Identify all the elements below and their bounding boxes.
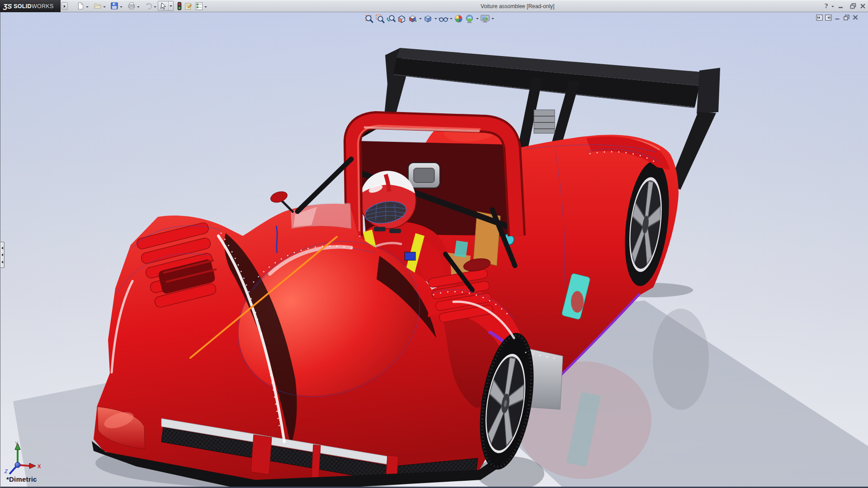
view-orientation-label: *Dimetric bbox=[6, 475, 37, 483]
triad-x-label: X bbox=[38, 464, 41, 469]
solidworks-logo: ƷS SOLIDWORKS bbox=[0, 0, 61, 12]
menu-expand-arrow[interactable] bbox=[61, 2, 68, 10]
open-button[interactable] bbox=[93, 1, 102, 10]
select-tool-group bbox=[158, 1, 174, 11]
view-orientation-button[interactable] bbox=[407, 14, 418, 24]
collapse-pane-left-button[interactable] bbox=[816, 14, 823, 21]
new-document-dropdown[interactable] bbox=[85, 5, 89, 9]
apply-scene-icon bbox=[465, 14, 474, 23]
new-document-button[interactable] bbox=[76, 1, 85, 10]
doc-minimize-button[interactable] bbox=[834, 14, 841, 21]
triad-z-label: Z bbox=[4, 469, 8, 474]
graphics-viewport[interactable]: Y X Z *Dimetric bbox=[0, 12, 868, 488]
brand-works: WORKS bbox=[32, 3, 54, 9]
zoom-to-fit-button[interactable] bbox=[364, 14, 374, 24]
previous-view-icon bbox=[386, 14, 396, 23]
zoom-to-fit-icon bbox=[364, 14, 374, 23]
eyeglasses-icon bbox=[439, 14, 448, 23]
titlebar-highlight bbox=[0, 0, 868, 0]
view-settings-button[interactable] bbox=[480, 14, 490, 24]
options-dropdown[interactable] bbox=[204, 5, 208, 9]
traffic-light-icon bbox=[176, 2, 183, 10]
hide-show-items-button[interactable] bbox=[438, 14, 448, 24]
minimize-button[interactable] bbox=[837, 2, 844, 10]
collapse-right-icon bbox=[825, 14, 832, 21]
save-floppy-icon bbox=[110, 2, 118, 10]
options-button[interactable] bbox=[194, 1, 203, 10]
close-button[interactable] bbox=[859, 2, 867, 10]
hide-show-items-dropdown[interactable] bbox=[449, 14, 453, 24]
print-button[interactable] bbox=[127, 1, 136, 10]
section-view-icon bbox=[397, 14, 406, 23]
apply-scene-button[interactable] bbox=[464, 14, 475, 24]
title-bar: ƷS SOLIDWORKS bbox=[0, 0, 868, 12]
view-orientation-icon bbox=[408, 14, 417, 23]
restore-button[interactable] bbox=[849, 2, 857, 10]
printer-icon bbox=[127, 2, 136, 10]
print-dropdown[interactable] bbox=[137, 5, 140, 9]
harness-buckle bbox=[405, 252, 415, 260]
select-tool-button[interactable] bbox=[158, 1, 168, 10]
rebuild-button[interactable] bbox=[175, 1, 184, 10]
file-properties-button[interactable] bbox=[184, 1, 193, 10]
headsup-view-toolbar bbox=[364, 13, 495, 24]
brand-glyph: ƷS bbox=[3, 2, 12, 10]
collapse-arrow-icon bbox=[1, 253, 3, 256]
save-button[interactable] bbox=[110, 1, 119, 10]
minimize-icon bbox=[838, 3, 844, 9]
feature-panel-collapse-tab[interactable] bbox=[0, 242, 5, 268]
zoom-to-area-icon bbox=[375, 14, 385, 23]
view-settings-dropdown[interactable] bbox=[491, 14, 495, 24]
zoom-to-area-button[interactable] bbox=[375, 14, 385, 24]
3d-scene-canvas[interactable] bbox=[0, 12, 868, 488]
doc-minimize-icon bbox=[835, 14, 840, 20]
undo-button[interactable] bbox=[144, 1, 153, 10]
doc-close-button[interactable] bbox=[852, 14, 859, 21]
appearance-ball-icon bbox=[454, 14, 463, 23]
collapse-arrow-icon bbox=[1, 261, 3, 263]
triad-y-label: Y bbox=[15, 441, 19, 446]
section-view-button[interactable] bbox=[396, 14, 407, 24]
doc-restore-icon bbox=[843, 14, 850, 21]
display-style-button[interactable] bbox=[423, 14, 433, 24]
open-folder-icon bbox=[94, 2, 102, 10]
undo-dropdown[interactable] bbox=[153, 5, 157, 9]
options-checklist-icon bbox=[195, 2, 203, 10]
help-dropdown[interactable] bbox=[831, 5, 835, 8]
note-pencil-icon bbox=[184, 2, 193, 10]
restore-icon bbox=[850, 3, 856, 9]
collapse-pane-right-button[interactable] bbox=[825, 14, 832, 21]
undo-icon bbox=[144, 2, 153, 10]
display-style-icon bbox=[423, 14, 433, 23]
select-cursor-icon bbox=[160, 2, 167, 9]
previous-view-button[interactable] bbox=[386, 14, 396, 24]
document-window-buttons bbox=[816, 14, 859, 21]
view-orientation-dropdown[interactable] bbox=[418, 14, 422, 24]
open-dropdown[interactable] bbox=[103, 5, 106, 9]
save-dropdown[interactable] bbox=[119, 5, 123, 9]
brand-solid: SOLID bbox=[14, 3, 32, 9]
doc-restore-button[interactable] bbox=[843, 14, 850, 21]
new-document-icon bbox=[76, 2, 85, 10]
collapse-arrow-icon bbox=[1, 247, 3, 249]
window-title: Voiture assomblee [Read-only] bbox=[481, 3, 554, 9]
view-settings-icon bbox=[480, 14, 490, 23]
doc-close-icon bbox=[852, 14, 859, 20]
apply-scene-dropdown[interactable] bbox=[475, 14, 479, 24]
wing-bracket bbox=[534, 110, 555, 133]
select-tool-dropdown[interactable] bbox=[168, 1, 173, 10]
help-button[interactable]: ? bbox=[822, 2, 830, 10]
orientation-triad: Y X Z bbox=[2, 440, 52, 479]
edit-appearance-button[interactable] bbox=[453, 14, 464, 24]
collapse-left-icon bbox=[816, 14, 823, 21]
display-style-dropdown[interactable] bbox=[434, 14, 438, 24]
close-icon bbox=[860, 3, 866, 9]
